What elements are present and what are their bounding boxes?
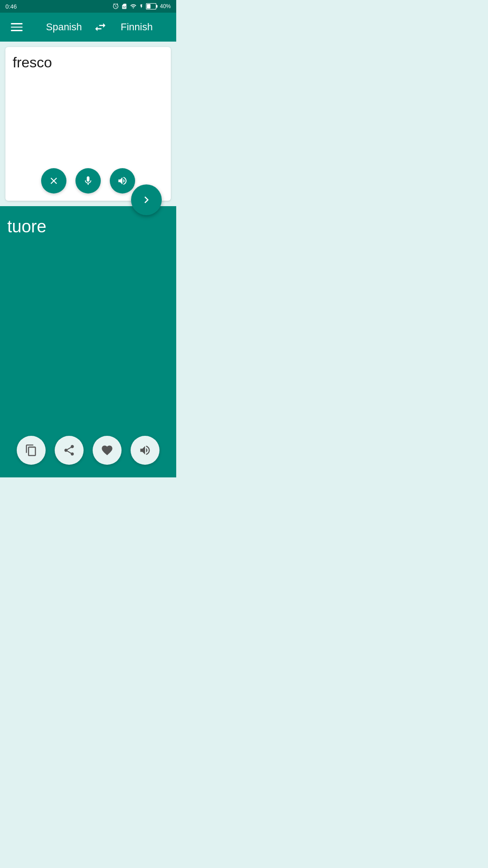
swap-languages-button[interactable]	[90, 19, 111, 36]
svg-rect-2	[156, 5, 158, 8]
mic-icon	[83, 175, 94, 186]
signal-icon	[130, 3, 137, 9]
source-language-label[interactable]: Spanish	[38, 21, 90, 33]
status-time: 0:46	[5, 3, 17, 10]
target-language-label[interactable]: Finnish	[111, 21, 163, 33]
input-text[interactable]: fresco	[13, 54, 164, 71]
speak-source-button[interactable]	[110, 168, 135, 193]
speak-output-button[interactable]	[131, 436, 160, 465]
battery-percent: 40%	[160, 3, 171, 9]
volume-icon	[117, 175, 128, 186]
output-text: tuore	[7, 217, 169, 236]
copy-icon	[25, 444, 38, 457]
input-section: fresco	[5, 47, 171, 201]
send-icon	[140, 193, 153, 207]
swap-icon	[94, 20, 107, 34]
svg-rect-1	[147, 4, 150, 9]
battery-icon	[146, 3, 158, 9]
favorite-button[interactable]	[93, 436, 122, 465]
translate-button[interactable]	[131, 184, 162, 215]
volume-output-icon	[139, 444, 151, 457]
toolbar: Spanish Finnish	[0, 13, 176, 42]
share-button[interactable]	[55, 436, 84, 465]
output-actions	[17, 436, 160, 465]
sim-icon	[121, 3, 127, 9]
share-icon	[63, 444, 75, 457]
clear-button[interactable]	[41, 168, 66, 193]
close-icon	[48, 175, 59, 186]
alarm-icon	[113, 3, 119, 9]
input-actions	[41, 168, 135, 193]
copy-button[interactable]	[17, 436, 46, 465]
status-icons: 40%	[113, 3, 171, 9]
heart-icon	[101, 444, 113, 457]
menu-button[interactable]	[9, 21, 24, 33]
charging-icon	[139, 3, 144, 9]
microphone-button[interactable]	[75, 168, 101, 193]
status-bar: 0:46 40%	[0, 0, 176, 13]
output-section: tuore	[0, 206, 176, 477]
main-content: fresco	[0, 42, 176, 477]
